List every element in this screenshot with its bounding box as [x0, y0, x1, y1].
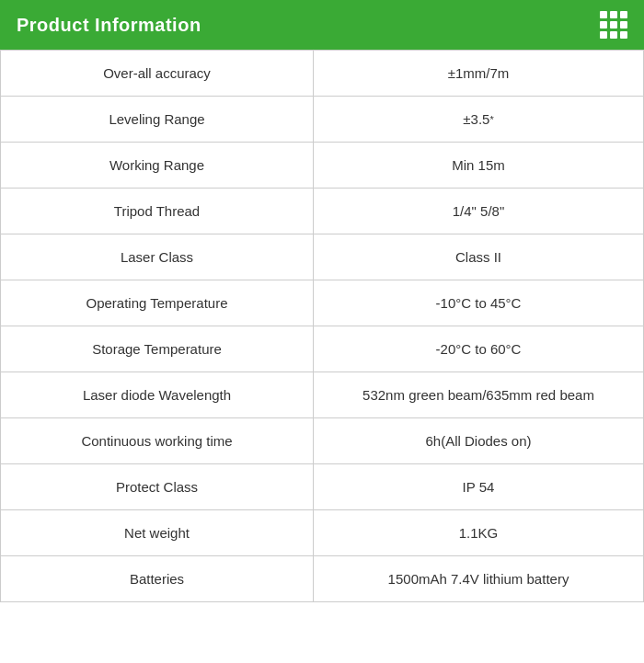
cell-label: Operating Temperature [1, 280, 314, 326]
cell-label: Working Range [1, 143, 314, 188]
table-row: Operating Temperature-10°C to 45°C [1, 280, 643, 326]
table-row: Batteries1500mAh 7.4V lithium battery [1, 556, 643, 601]
product-table: Over-all accuracy±1mm/7mLeveling Range±3… [0, 50, 644, 602]
product-info-widget: Product Information Over-all accuracy±1m… [0, 0, 644, 602]
cell-value: -20°C to 60°C [314, 326, 643, 372]
cell-label: Storage Temperature [1, 326, 314, 372]
cell-value: ±3.5* [314, 97, 643, 142]
cell-label: Over-all accuracy [1, 51, 314, 96]
cell-value: 532nm green beam/635mm red beam [314, 372, 643, 417]
header-title: Product Information [17, 15, 201, 36]
table-row: Tripod Thread1/4" 5/8" [1, 189, 643, 234]
cell-value: ±1mm/7m [314, 51, 643, 96]
cell-value: 1.1KG [314, 510, 643, 555]
cell-value: Class II [314, 234, 643, 280]
table-row: Over-all accuracy±1mm/7m [1, 51, 643, 97]
cell-value: -10°C to 45°C [314, 280, 643, 326]
table-row: Working RangeMin 15m [1, 143, 643, 189]
cell-label: Net weight [1, 510, 314, 555]
table-row: Net weight1.1KG [1, 510, 643, 556]
cell-value: Min 15m [314, 143, 643, 188]
cell-value: 1/4" 5/8" [314, 189, 643, 234]
cell-label: Continuous working time [1, 418, 314, 463]
cell-label: Laser diode Wavelength [1, 372, 314, 417]
cell-label: Laser Class [1, 234, 314, 280]
cell-label: Batteries [1, 556, 314, 601]
table-row: Storage Temperature-20°C to 60°C [1, 326, 643, 372]
cell-label: Tripod Thread [1, 189, 314, 234]
cell-value: IP 54 [314, 464, 643, 509]
table-row: Continuous working time6h(All Diodes on) [1, 418, 643, 464]
header: Product Information [0, 0, 644, 50]
table-row: Laser diode Wavelength532nm green beam/6… [1, 372, 643, 418]
table-row: Leveling Range±3.5* [1, 97, 643, 143]
grid-icon [600, 11, 627, 39]
cell-value: 1500mAh 7.4V lithium battery [314, 556, 643, 601]
cell-label: Protect Class [1, 464, 314, 509]
table-row: Protect ClassIP 54 [1, 464, 643, 510]
table-row: Laser ClassClass II [1, 234, 643, 280]
cell-value: 6h(All Diodes on) [314, 418, 643, 463]
cell-label: Leveling Range [1, 97, 314, 142]
